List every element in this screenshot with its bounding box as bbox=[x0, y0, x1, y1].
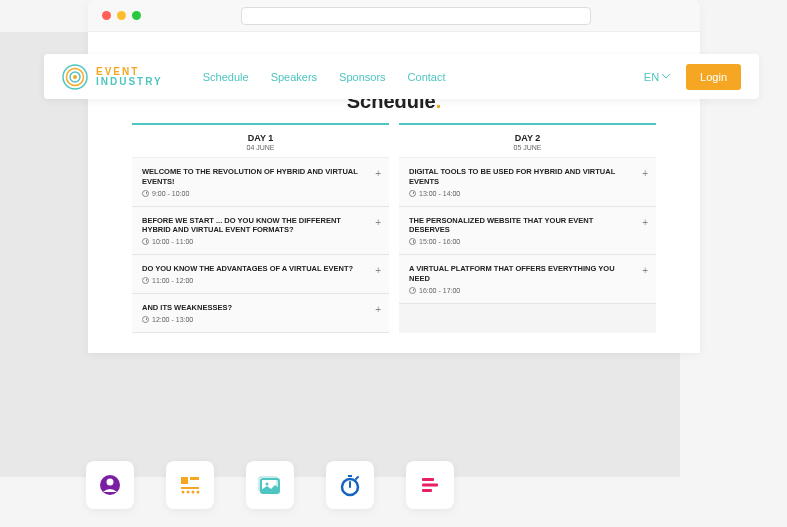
session-item[interactable]: DO YOU KNOW THE ADVANTAGES OF A VIRTUAL … bbox=[132, 255, 389, 294]
expand-icon[interactable]: + bbox=[375, 304, 381, 315]
clock-icon bbox=[142, 277, 149, 284]
feature-image-button[interactable] bbox=[246, 461, 294, 509]
maximize-window-icon[interactable] bbox=[132, 11, 141, 20]
list-icon bbox=[418, 473, 442, 497]
svg-point-14 bbox=[266, 483, 269, 486]
clock-icon bbox=[409, 238, 416, 245]
clock-icon bbox=[409, 190, 416, 197]
window-controls bbox=[102, 11, 141, 20]
time-text: 11:00 - 12:00 bbox=[152, 277, 193, 284]
svg-rect-8 bbox=[181, 487, 199, 489]
stopwatch-icon bbox=[338, 473, 362, 497]
day-header: DAY 1 04 JUNE bbox=[132, 125, 389, 158]
svg-point-5 bbox=[107, 479, 114, 486]
session-item[interactable]: THE PERSONALIZED WEBSITE THAT YOUR EVENT… bbox=[399, 207, 656, 256]
feature-layout-button[interactable] bbox=[166, 461, 214, 509]
nav-speakers[interactable]: Speakers bbox=[271, 71, 317, 83]
session-title: AND ITS WEAKNESSES? bbox=[142, 303, 369, 313]
time-text: 16:00 - 17:00 bbox=[419, 287, 460, 294]
session-time: 9:00 - 10:00 bbox=[142, 190, 369, 197]
language-selector[interactable]: EN bbox=[644, 71, 670, 83]
session-title: A VIRTUAL PLATFORM THAT OFFERS EVERYTHIN… bbox=[409, 264, 636, 284]
svg-rect-6 bbox=[181, 477, 188, 484]
day-label: DAY 2 bbox=[399, 133, 656, 143]
svg-line-19 bbox=[356, 477, 358, 479]
logo[interactable]: EVENT INDUSTRY bbox=[62, 64, 163, 90]
time-text: 15:00 - 16:00 bbox=[419, 238, 460, 245]
session-time: 15:00 - 16:00 bbox=[409, 238, 636, 245]
header-actions: EN Login bbox=[644, 64, 741, 90]
session-time: 13:00 - 14:00 bbox=[409, 190, 636, 197]
expand-icon[interactable]: + bbox=[375, 168, 381, 179]
clock-icon bbox=[142, 190, 149, 197]
close-window-icon[interactable] bbox=[102, 11, 111, 20]
time-text: 10:00 - 11:00 bbox=[152, 238, 193, 245]
svg-rect-22 bbox=[422, 489, 432, 492]
clock-icon bbox=[142, 238, 149, 245]
svg-point-10 bbox=[187, 491, 190, 494]
expand-icon[interactable]: + bbox=[375, 265, 381, 276]
expand-icon[interactable]: + bbox=[642, 217, 648, 228]
session-time: 10:00 - 11:00 bbox=[142, 238, 369, 245]
session-time: 16:00 - 17:00 bbox=[409, 287, 636, 294]
svg-point-3 bbox=[73, 75, 77, 79]
url-input[interactable] bbox=[241, 7, 591, 25]
svg-rect-21 bbox=[422, 484, 438, 487]
session-title: THE PERSONALIZED WEBSITE THAT YOUR EVENT… bbox=[409, 216, 636, 236]
feature-timer-button[interactable] bbox=[326, 461, 374, 509]
feature-list-button[interactable] bbox=[406, 461, 454, 509]
session-item[interactable]: A VIRTUAL PLATFORM THAT OFFERS EVERYTHIN… bbox=[399, 255, 656, 304]
session-time: 12:00 - 13:00 bbox=[142, 316, 369, 323]
session-item[interactable]: BEFORE WE START ... DO YOU KNOW THE DIFF… bbox=[132, 207, 389, 256]
logo-text-industry: INDUSTRY bbox=[96, 77, 163, 87]
image-icon bbox=[258, 473, 282, 497]
layout-icon bbox=[178, 473, 202, 497]
chevron-down-icon bbox=[662, 74, 670, 79]
site-header: EVENT INDUSTRY Schedule Speakers Sponsor… bbox=[44, 54, 759, 99]
svg-rect-20 bbox=[422, 478, 434, 481]
day-label: DAY 1 bbox=[132, 133, 389, 143]
expand-icon[interactable]: + bbox=[642, 265, 648, 276]
day-date: 04 JUNE bbox=[132, 144, 389, 151]
svg-point-9 bbox=[182, 491, 185, 494]
day-date: 05 JUNE bbox=[399, 144, 656, 151]
clock-icon bbox=[142, 316, 149, 323]
session-title: DIGITAL TOOLS TO BE USED FOR HYBRID AND … bbox=[409, 167, 636, 187]
logo-text: EVENT INDUSTRY bbox=[96, 67, 163, 87]
expand-icon[interactable]: + bbox=[642, 168, 648, 179]
day-header: DAY 2 05 JUNE bbox=[399, 125, 656, 158]
day-column-2: DAY 2 05 JUNE DIGITAL TOOLS TO BE USED F… bbox=[399, 123, 656, 333]
day-column-1: DAY 1 04 JUNE WELCOME TO THE REVOLUTION … bbox=[132, 123, 389, 333]
clock-icon bbox=[409, 287, 416, 294]
session-item[interactable]: WELCOME TO THE REVOLUTION OF HYBRID AND … bbox=[132, 158, 389, 207]
session-title: WELCOME TO THE REVOLUTION OF HYBRID AND … bbox=[142, 167, 369, 187]
main-nav: Schedule Speakers Sponsors Contact bbox=[203, 71, 446, 83]
session-item[interactable]: DIGITAL TOOLS TO BE USED FOR HYBRID AND … bbox=[399, 158, 656, 207]
feature-user-button[interactable] bbox=[86, 461, 134, 509]
language-label: EN bbox=[644, 71, 659, 83]
feature-icons-row bbox=[86, 461, 454, 509]
expand-icon[interactable]: + bbox=[375, 217, 381, 228]
nav-sponsors[interactable]: Sponsors bbox=[339, 71, 385, 83]
svg-point-11 bbox=[192, 491, 195, 494]
session-time: 11:00 - 12:00 bbox=[142, 277, 369, 284]
session-title: BEFORE WE START ... DO YOU KNOW THE DIFF… bbox=[142, 216, 369, 236]
browser-window: Schedule. DAY 1 04 JUNE WELCOME TO THE R… bbox=[88, 0, 700, 353]
session-title: DO YOU KNOW THE ADVANTAGES OF A VIRTUAL … bbox=[142, 264, 369, 274]
time-text: 12:00 - 13:00 bbox=[152, 316, 193, 323]
minimize-window-icon[interactable] bbox=[117, 11, 126, 20]
nav-schedule[interactable]: Schedule bbox=[203, 71, 249, 83]
time-text: 13:00 - 14:00 bbox=[419, 190, 460, 197]
svg-point-12 bbox=[197, 491, 200, 494]
user-icon bbox=[98, 473, 122, 497]
svg-rect-16 bbox=[348, 475, 352, 477]
schedule-grid: DAY 1 04 JUNE WELCOME TO THE REVOLUTION … bbox=[132, 123, 656, 333]
logo-icon bbox=[62, 64, 88, 90]
browser-chrome-bar bbox=[88, 0, 700, 32]
session-item[interactable]: AND ITS WEAKNESSES? 12:00 - 13:00 + bbox=[132, 294, 389, 333]
logo-text-event: EVENT bbox=[96, 67, 163, 77]
svg-rect-7 bbox=[190, 477, 199, 480]
nav-contact[interactable]: Contact bbox=[408, 71, 446, 83]
login-button[interactable]: Login bbox=[686, 64, 741, 90]
time-text: 9:00 - 10:00 bbox=[152, 190, 189, 197]
